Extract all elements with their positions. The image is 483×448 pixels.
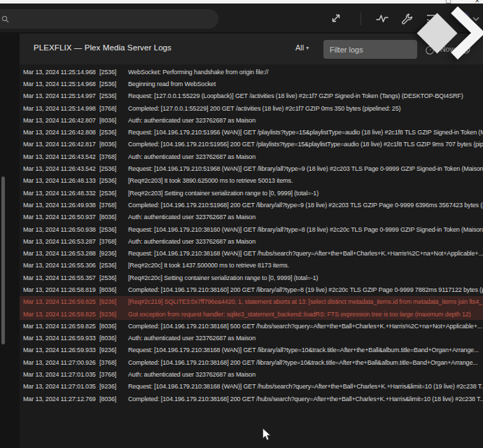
caret-down-icon: ▾	[306, 45, 309, 51]
log-row[interactable]: Mar 13, 2024 11:26:59.825 [9236] Got exc…	[20, 308, 483, 320]
log-row[interactable]: Mar 13, 2024 11:26:42.817 [8036] Complet…	[20, 139, 483, 150]
log-level-value: All	[295, 43, 304, 52]
log-row[interactable]: Mar 13, 2024 11:25:14.998 [3768] Complet…	[20, 102, 483, 114]
log-list: Mar 13, 2024 11:25:14.968 [2536] WebSock…	[20, 66, 483, 405]
log-row[interactable]: Mar 13, 2024 11:25:14.968 [2536] WebSock…	[20, 66, 483, 78]
log-row[interactable]: Mar 13, 2024 11:25:14.997 [2536] Request…	[20, 90, 483, 102]
log-message: Completed: [104.196.179.210:38160] 200 G…	[128, 286, 483, 293]
log-row[interactable]: Mar 13, 2024 11:25:14.968 [2536] Beginni…	[20, 78, 483, 90]
log-timestamp: Mar 13, 2024 11:26:58.819	[23, 286, 99, 293]
address-bar[interactable]	[0, 9, 218, 29]
log-row[interactable]: Mar 13, 2024 11:26:42.808 [2536] Request…	[20, 126, 483, 138]
log-timestamp: Mar 13, 2024 11:26:48.332	[23, 190, 99, 197]
log-row[interactable]: Mar 13, 2024 11:26:49.938 [3768] Complet…	[20, 199, 483, 211]
log-pid: [2536]	[99, 177, 128, 184]
log-row[interactable]: Mar 13, 2024 11:26:59.825 [8036] Complet…	[20, 320, 483, 332]
log-row[interactable]: Mar 13, 2024 11:27:01.035 [3768] Auth: a…	[20, 368, 483, 380]
log-pid: [2536]	[99, 80, 128, 88]
log-message: WebSocket: Performing handshake from ori…	[128, 69, 483, 76]
window-titlebar: ▢ ✕	[0, 0, 483, 4]
log-pid: [3768]	[99, 238, 128, 245]
log-pid: [3768]	[99, 371, 128, 378]
log-row[interactable]: Mar 13, 2024 11:27:12.769 [8036] Complet…	[20, 393, 483, 405]
log-message: Auth: authenticated user 323762687 as Ma…	[128, 371, 483, 378]
log-row[interactable]: Mar 13, 2024 11:26:59.933 [8036] Auth: a…	[20, 332, 483, 344]
log-timestamp: Mar 13, 2024 11:26:50.937	[23, 214, 99, 220]
log-row[interactable]: Mar 13, 2024 11:26:55.357 [2536] [Req#2c…	[20, 272, 483, 284]
log-pid: [2536]	[99, 165, 128, 172]
log-timestamp: Mar 13, 2024 11:26:50.938	[23, 226, 99, 233]
log-pid: [9236]	[99, 250, 128, 257]
log-message: Completed: [104.196.179.210:51968] 200 G…	[128, 202, 483, 209]
log-row[interactable]: Mar 13, 2024 11:26:58.819 [8036] Complet…	[20, 284, 483, 295]
avatar[interactable]	[457, 12, 470, 24]
log-pid: [2536]	[99, 190, 128, 197]
log-pid: [9236]	[99, 298, 128, 305]
log-pid: [2536]	[99, 274, 128, 281]
log-message: [Req#2c20c] Setting container serializat…	[128, 274, 483, 281]
log-pid: [3768]	[99, 202, 128, 209]
log-timestamp: Mar 13, 2024 11:26:42.808	[23, 129, 99, 136]
log-message: [Req#2c219] SQLITE3:0x7ff796ea4420, 1, s…	[128, 298, 483, 305]
log-row[interactable]: Mar 13, 2024 11:26:59.933 [9236] Request…	[20, 344, 483, 356]
log-pid: [2536]	[99, 92, 128, 99]
circle-slash-icon[interactable]	[460, 43, 471, 55]
plex-logs-window: PLEXFLIX — Plex Media Server Logs All▾ N…	[20, 34, 483, 448]
log-timestamp: Mar 13, 2024 11:25:14.998	[23, 105, 99, 112]
log-row[interactable]: Mar 13, 2024 11:26:50.937 [8036] Auth: a…	[20, 211, 483, 223]
log-message: Request: [104.196.179.210:51956 (WAN)] G…	[128, 129, 483, 136]
now-label: Now	[440, 45, 455, 53]
log-row[interactable]: Mar 13, 2024 11:27:01.035 [9236] Request…	[20, 381, 483, 393]
close-icon[interactable]: ✕	[475, 0, 480, 4]
log-timestamp: Mar 13, 2024 11:25:14.968	[23, 69, 99, 76]
log-pid: [2536]	[99, 226, 128, 233]
log-message: Auth: authenticated user 323762687 as Ma…	[128, 117, 483, 124]
log-pid: [8036]	[99, 141, 128, 148]
log-timestamp: Mar 13, 2024 11:26:59.825	[23, 298, 99, 305]
filter-input[interactable]	[323, 40, 417, 59]
log-message: Auth: authenticated user 323762687 as Ma…	[128, 335, 483, 342]
log-message: Request: [104.196.179.210:38168 (WAN)] G…	[128, 346, 483, 354]
log-timestamp: Mar 13, 2024 11:26:55.357	[23, 274, 99, 281]
log-row[interactable]: Mar 13, 2024 11:26:50.938 [2536] Request…	[20, 223, 483, 235]
log-row[interactable]: Mar 13, 2024 11:26:53.288 [9236] Request…	[20, 247, 483, 259]
maximize-icon[interactable]: ▢	[445, 0, 451, 4]
log-row[interactable]: Mar 13, 2024 11:26:48.133 [2536] [Req#2c…	[20, 175, 483, 187]
log-timestamp: Mar 13, 2024 11:26:59.825	[23, 323, 99, 330]
log-row[interactable]: Mar 13, 2024 11:26:43.542 [3768] Auth: a…	[20, 150, 483, 162]
log-row[interactable]: Mar 13, 2024 11:26:42.807 [8036] Auth: a…	[20, 114, 483, 126]
activity-icon[interactable]	[375, 12, 389, 24]
log-timestamp: Mar 13, 2024 11:26:43.542	[23, 165, 99, 172]
log-message: Auth: authenticated user 323762687 as Ma…	[128, 238, 483, 245]
wrench-icon[interactable]	[400, 12, 414, 26]
search-icon	[1, 15, 9, 23]
log-row[interactable]: Mar 13, 2024 11:26:55.306 [2536] [Req#2c…	[20, 260, 483, 272]
log-row[interactable]: Mar 13, 2024 11:26:53.287 [3768] Auth: a…	[20, 235, 483, 247]
log-message: Completed: [127.0.0.1:55229] 200 GET /ac…	[128, 105, 483, 112]
browser-toolbar	[0, 4, 483, 32]
log-timestamp: Mar 13, 2024 11:26:55.306	[23, 262, 99, 269]
log-pid: [2536]	[99, 69, 128, 76]
log-timestamp: Mar 13, 2024 11:26:42.807	[23, 117, 99, 124]
cast-icon[interactable]	[424, 12, 440, 25]
log-timestamp: Mar 13, 2024 11:26:53.288	[23, 250, 99, 257]
log-message: [Req#2c203] Setting container serializat…	[128, 190, 483, 197]
log-pid: [9236]	[99, 311, 128, 318]
chevron-down-icon[interactable]	[472, 15, 480, 22]
expand-icon[interactable]	[330, 12, 342, 24]
log-row[interactable]: Mar 13, 2024 11:26:48.332 [2536] [Req#2c…	[20, 187, 483, 199]
log-row[interactable]: Mar 13, 2024 11:26:59.825 [9236] [Req#2c…	[20, 296, 483, 308]
log-pid: [3768]	[99, 359, 128, 366]
stopwatch-icon[interactable]	[424, 43, 435, 55]
log-message: Request: [104.196.179.210:38168 (WAN)] G…	[128, 383, 483, 390]
log-timestamp: Mar 13, 2024 11:27:01.035	[23, 383, 99, 390]
log-pid: [3768]	[99, 105, 128, 112]
log-message: Completed: [104.196.179.210:38168] 200 G…	[128, 396, 483, 402]
toolbar-divider	[360, 13, 361, 25]
log-pid: [8036]	[99, 335, 128, 342]
log-level-dropdown[interactable]: All▾	[295, 43, 309, 52]
log-row[interactable]: Mar 13, 2024 11:26:43.542 [2536] Request…	[20, 162, 483, 174]
vertical-scrollbar[interactable]	[1, 176, 5, 344]
log-pid: [9236]	[99, 346, 128, 354]
log-row[interactable]: Mar 13, 2024 11:27:00.926 [3768] Complet…	[20, 356, 483, 368]
